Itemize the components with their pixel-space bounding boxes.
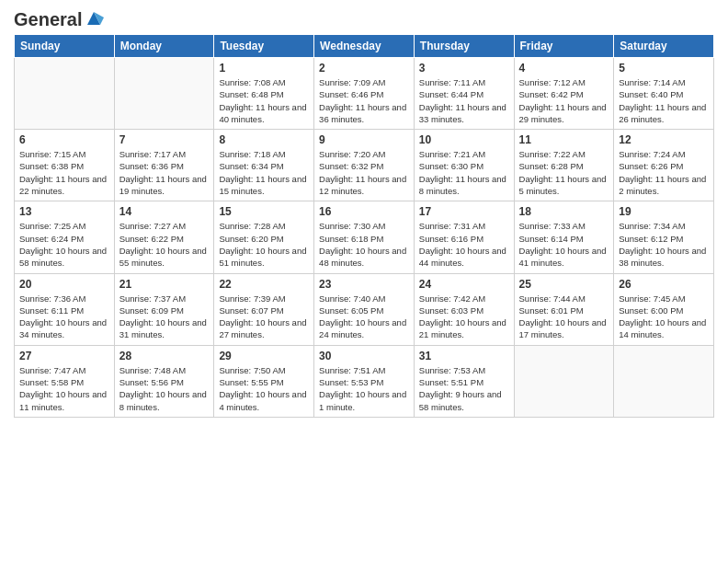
day-number: 24: [419, 278, 509, 291]
calendar-cell: [514, 345, 614, 417]
day-number: 21: [119, 278, 210, 291]
day-info: Sunrise: 7:34 AMSunset: 6:12 PMDaylight:…: [619, 220, 709, 269]
day-number: 12: [619, 133, 709, 146]
calendar-cell: 9Sunrise: 7:20 AMSunset: 6:32 PMDaylight…: [314, 130, 415, 201]
calendar-cell: 5Sunrise: 7:14 AMSunset: 6:40 PMDaylight…: [614, 58, 714, 130]
calendar-cell: 3Sunrise: 7:11 AMSunset: 6:44 PMDaylight…: [414, 58, 514, 130]
calendar-cell: 1Sunrise: 7:08 AMSunset: 6:48 PMDaylight…: [214, 58, 314, 130]
day-number: 6: [19, 133, 109, 146]
day-number: 10: [419, 133, 509, 146]
day-info: Sunrise: 7:17 AMSunset: 6:36 PMDaylight:…: [119, 148, 210, 197]
calendar-cell: 11Sunrise: 7:22 AMSunset: 6:28 PMDayligh…: [514, 130, 614, 201]
day-info: Sunrise: 7:12 AMSunset: 6:42 PMDaylight:…: [519, 76, 609, 125]
day-info: Sunrise: 7:36 AMSunset: 6:11 PMDaylight:…: [19, 293, 109, 341]
calendar-cell: 29Sunrise: 7:50 AMSunset: 5:55 PMDayligh…: [214, 345, 314, 417]
day-info: Sunrise: 7:11 AMSunset: 6:44 PMDaylight:…: [419, 76, 509, 125]
day-info: Sunrise: 7:48 AMSunset: 5:56 PMDaylight:…: [119, 364, 210, 413]
day-info: Sunrise: 7:50 AMSunset: 5:55 PMDaylight:…: [219, 364, 309, 413]
day-info: Sunrise: 7:08 AMSunset: 6:48 PMDaylight:…: [219, 76, 309, 125]
day-of-week-monday: Monday: [114, 35, 214, 58]
day-info: Sunrise: 7:30 AMSunset: 6:18 PMDaylight:…: [319, 220, 409, 269]
day-of-week-thursday: Thursday: [414, 35, 514, 58]
calendar-cell: 19Sunrise: 7:34 AMSunset: 6:12 PMDayligh…: [614, 201, 714, 273]
logo: General: [14, 9, 104, 27]
day-number: 26: [619, 278, 709, 291]
calendar-cell: 24Sunrise: 7:42 AMSunset: 6:03 PMDayligh…: [414, 273, 514, 345]
day-of-week-friday: Friday: [514, 35, 614, 58]
day-number: 30: [319, 350, 409, 362]
day-info: Sunrise: 7:24 AMSunset: 6:26 PMDaylight:…: [619, 148, 709, 197]
page: General SundayMondayTuesdayWednesdayThur…: [0, 0, 728, 563]
day-number: 28: [119, 350, 210, 362]
day-number: 15: [219, 205, 309, 218]
day-info: Sunrise: 7:45 AMSunset: 6:00 PMDaylight:…: [619, 293, 709, 341]
day-number: 13: [19, 205, 109, 218]
header: General: [14, 9, 714, 27]
calendar-cell: 4Sunrise: 7:12 AMSunset: 6:42 PMDaylight…: [514, 58, 614, 130]
day-info: Sunrise: 7:28 AMSunset: 6:20 PMDaylight:…: [219, 220, 309, 269]
calendar-cell: 6Sunrise: 7:15 AMSunset: 6:38 PMDaylight…: [15, 130, 115, 201]
day-info: Sunrise: 7:27 AMSunset: 6:22 PMDaylight:…: [119, 220, 210, 269]
week-row-4: 20Sunrise: 7:36 AMSunset: 6:11 PMDayligh…: [15, 273, 714, 345]
day-info: Sunrise: 7:20 AMSunset: 6:32 PMDaylight:…: [319, 148, 409, 197]
day-number: 29: [219, 350, 309, 362]
day-number: 17: [419, 205, 509, 218]
day-info: Sunrise: 7:21 AMSunset: 6:30 PMDaylight:…: [419, 148, 509, 197]
day-info: Sunrise: 7:09 AMSunset: 6:46 PMDaylight:…: [319, 76, 409, 125]
calendar-cell: 20Sunrise: 7:36 AMSunset: 6:11 PMDayligh…: [15, 273, 115, 345]
day-info: Sunrise: 7:22 AMSunset: 6:28 PMDaylight:…: [519, 148, 609, 197]
day-info: Sunrise: 7:14 AMSunset: 6:40 PMDaylight:…: [619, 76, 709, 125]
day-number: 19: [619, 205, 709, 218]
day-number: 16: [319, 205, 409, 218]
calendar-cell: [114, 58, 214, 130]
day-number: 22: [219, 278, 309, 291]
day-info: Sunrise: 7:25 AMSunset: 6:24 PMDaylight:…: [19, 220, 109, 269]
day-info: Sunrise: 7:39 AMSunset: 6:07 PMDaylight:…: [219, 293, 309, 341]
logo-icon: [84, 8, 104, 29]
calendar-cell: 21Sunrise: 7:37 AMSunset: 6:09 PMDayligh…: [114, 273, 214, 345]
day-number: 3: [419, 62, 509, 75]
day-number: 5: [619, 62, 709, 75]
calendar-cell: 10Sunrise: 7:21 AMSunset: 6:30 PMDayligh…: [414, 130, 514, 201]
day-info: Sunrise: 7:37 AMSunset: 6:09 PMDaylight:…: [119, 293, 210, 341]
day-number: 7: [119, 133, 210, 146]
calendar-cell: 23Sunrise: 7:40 AMSunset: 6:05 PMDayligh…: [314, 273, 415, 345]
week-row-2: 6Sunrise: 7:15 AMSunset: 6:38 PMDaylight…: [15, 130, 714, 201]
day-number: 1: [219, 62, 309, 75]
calendar-cell: 22Sunrise: 7:39 AMSunset: 6:07 PMDayligh…: [214, 273, 314, 345]
calendar-cell: 17Sunrise: 7:31 AMSunset: 6:16 PMDayligh…: [414, 201, 514, 273]
week-row-5: 27Sunrise: 7:47 AMSunset: 5:58 PMDayligh…: [15, 345, 714, 417]
calendar-cell: 13Sunrise: 7:25 AMSunset: 6:24 PMDayligh…: [15, 201, 115, 273]
calendar-cell: 27Sunrise: 7:47 AMSunset: 5:58 PMDayligh…: [15, 345, 115, 417]
calendar: SundayMondayTuesdayWednesdayThursdayFrid…: [14, 34, 714, 418]
day-number: 2: [319, 62, 409, 75]
calendar-cell: 30Sunrise: 7:51 AMSunset: 5:53 PMDayligh…: [314, 345, 415, 417]
calendar-cell: 7Sunrise: 7:17 AMSunset: 6:36 PMDaylight…: [114, 130, 214, 201]
day-number: 8: [219, 133, 309, 146]
day-number: 4: [519, 62, 609, 75]
day-of-week-wednesday: Wednesday: [314, 35, 415, 58]
day-number: 25: [519, 278, 609, 291]
calendar-cell: 26Sunrise: 7:45 AMSunset: 6:00 PMDayligh…: [614, 273, 714, 345]
day-info: Sunrise: 7:42 AMSunset: 6:03 PMDaylight:…: [419, 293, 509, 341]
calendar-cell: 31Sunrise: 7:53 AMSunset: 5:51 PMDayligh…: [414, 345, 514, 417]
calendar-cell: 12Sunrise: 7:24 AMSunset: 6:26 PMDayligh…: [614, 130, 714, 201]
day-info: Sunrise: 7:15 AMSunset: 6:38 PMDaylight:…: [19, 148, 109, 197]
calendar-cell: 18Sunrise: 7:33 AMSunset: 6:14 PMDayligh…: [514, 201, 614, 273]
calendar-cell: 15Sunrise: 7:28 AMSunset: 6:20 PMDayligh…: [214, 201, 314, 273]
day-number: 20: [19, 278, 109, 291]
day-info: Sunrise: 7:51 AMSunset: 5:53 PMDaylight:…: [319, 364, 409, 413]
week-row-3: 13Sunrise: 7:25 AMSunset: 6:24 PMDayligh…: [15, 201, 714, 273]
day-number: 18: [519, 205, 609, 218]
day-info: Sunrise: 7:33 AMSunset: 6:14 PMDaylight:…: [519, 220, 609, 269]
day-number: 23: [319, 278, 409, 291]
day-of-week-saturday: Saturday: [614, 35, 714, 58]
day-number: 9: [319, 133, 409, 146]
day-number: 11: [519, 133, 609, 146]
day-number: 27: [19, 350, 109, 362]
calendar-cell: 28Sunrise: 7:48 AMSunset: 5:56 PMDayligh…: [114, 345, 214, 417]
calendar-cell: [614, 345, 714, 417]
day-of-week-tuesday: Tuesday: [214, 35, 314, 58]
day-info: Sunrise: 7:53 AMSunset: 5:51 PMDaylight:…: [419, 364, 509, 413]
day-info: Sunrise: 7:18 AMSunset: 6:34 PMDaylight:…: [219, 148, 309, 197]
